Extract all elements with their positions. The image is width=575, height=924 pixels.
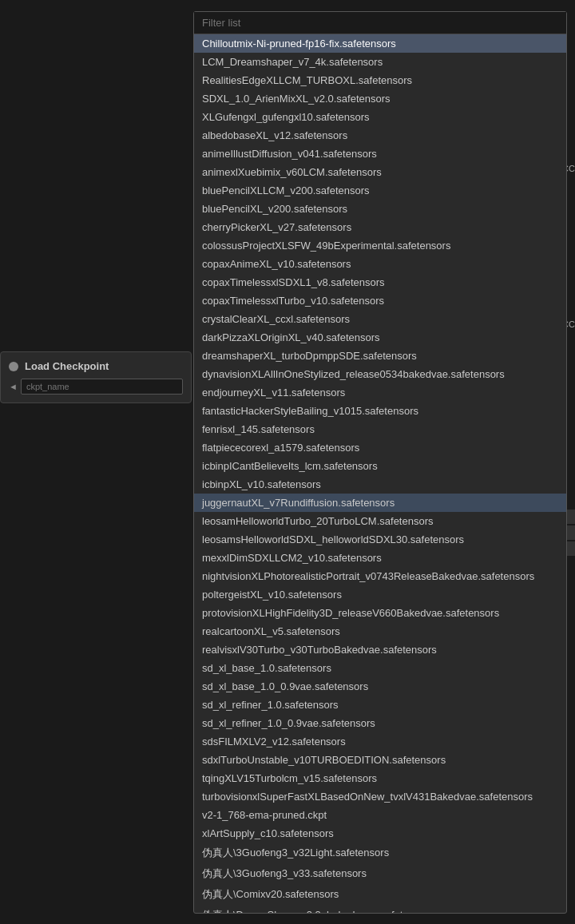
list-item[interactable]: Chilloutmix-Ni-pruned-fp16-fix.safetenso… — [194, 34, 566, 53]
list-item[interactable]: sd_xl_refiner_1.0.safetensors — [194, 696, 566, 714]
list-item[interactable]: realcartoonXL_v5.safetensors — [194, 622, 566, 640]
dropdown-list[interactable]: Chilloutmix-Ni-pruned-fp16-fix.safetenso… — [194, 34, 566, 913]
list-item[interactable]: dynavisionXLAllInOneStylized_release0534… — [194, 365, 566, 383]
list-item[interactable]: xlArtSupply_c10.safetensors — [194, 824, 566, 843]
list-item[interactable]: fenrisxl_145.safetensors — [194, 420, 566, 438]
list-item[interactable]: SDXL_1.0_ArienMixXL_v2.0.safetensors — [194, 89, 566, 108]
list-item[interactable]: bluePencilXLLCM_v200.safetensors — [194, 181, 566, 200]
list-item[interactable]: leosamHelloworldTurbo_20TurboLCM.safeten… — [194, 512, 566, 530]
page-container: CC CC andscape, , purple ga LATI 512 512… — [0, 0, 575, 924]
list-item[interactable]: animeIllustDiffusion_v041.safetensors — [194, 145, 566, 163]
list-item[interactable]: cherryPickerXL_v27.safetensors — [194, 218, 566, 236]
list-item[interactable]: colossusProjectXLSFW_49bExperimental.saf… — [194, 236, 566, 255]
ckpt-name-input[interactable] — [21, 379, 183, 395]
list-item[interactable]: endjourneyXL_v11.safetensors — [194, 383, 566, 402]
list-item[interactable]: RealitiesEdgeXLLCM_TURBOXL.safetensors — [194, 71, 566, 89]
list-item[interactable]: flatpiececorexl_a1579.safetensors — [194, 438, 566, 457]
list-item[interactable]: copaxTimelessxlSDXL1_v8.safetensors — [194, 273, 566, 291]
list-item[interactable]: tqingXLV15Turbolcm_v15.safetensors — [194, 769, 566, 787]
filter-input[interactable] — [194, 12, 566, 34]
list-item[interactable]: poltergeistXL_v10.safetensors — [194, 585, 566, 604]
list-item[interactable]: albedobaseXL_v12.safetensors — [194, 126, 566, 145]
list-item[interactable]: sdsFILMXLV2_v12.safetensors — [194, 732, 566, 751]
list-item[interactable]: turbovisionxlSuperFastXLBasedOnNew_tvxlV… — [194, 787, 566, 806]
list-item[interactable]: nightvisionXLPhotorealisticPortrait_v074… — [194, 567, 566, 585]
list-item[interactable]: realvisxlV30Turbo_v30TurboBakedvae.safet… — [194, 640, 566, 659]
list-item[interactable]: 伪真人\DreamShaper_3.3_baked_vae.safetensor… — [194, 905, 566, 913]
list-item[interactable]: sd_xl_base_1.0_0.9vae.safetensors — [194, 677, 566, 696]
list-item[interactable]: 伪真人\Comixv20.safetensors — [194, 884, 566, 905]
list-item[interactable]: 伪真人\3Guofeng3_v33.safetensors — [194, 863, 566, 884]
list-item[interactable]: copaxTimelessxlTurbo_v10.safetensors — [194, 291, 566, 310]
list-item[interactable]: bluePencilXL_v200.safetensors — [194, 200, 566, 218]
list-item[interactable]: XLGufengxl_gufengxl10.safetensors — [194, 108, 566, 126]
list-item[interactable]: LCM_Dreamshaper_v7_4k.safetensors — [194, 53, 566, 71]
ckpt-input-row: ◄ — [9, 379, 183, 395]
list-item[interactable]: icbinpXL_v10.safetensors — [194, 475, 566, 494]
list-item[interactable]: sdxlTurboUnstable_v10TURBOEDITION.safete… — [194, 751, 566, 769]
list-item[interactable]: v2-1_768-ema-pruned.ckpt — [194, 806, 566, 824]
list-item[interactable]: darkPizzaXLOriginXL_v40.safetensors — [194, 328, 566, 347]
list-item[interactable]: sd_xl_refiner_1.0_0.9vae.safetensors — [194, 714, 566, 732]
list-item[interactable]: 伪真人\3Guofeng3_v32Light.safetensors — [194, 843, 566, 863]
list-item[interactable]: animexlXuebimix_v60LCM.safetensors — [194, 163, 566, 181]
list-item[interactable]: protovisionXLHighFidelity3D_releaseV660B… — [194, 604, 566, 622]
load-checkpoint-header: Load Checkpoint — [9, 360, 183, 372]
list-item[interactable]: crystalClearXL_ccxl.safetensors — [194, 310, 566, 328]
list-item[interactable]: leosamsHelloworldSDXL_helloworldSDXL30.s… — [194, 530, 566, 549]
ckpt-arrow-icon: ◄ — [9, 382, 18, 391]
list-item[interactable]: mexxlDimSDXLLCM2_v10.safetensors — [194, 549, 566, 567]
status-indicator — [9, 362, 18, 371]
checkpoint-dropdown: Chilloutmix-Ni-pruned-fp16-fix.safetenso… — [193, 11, 567, 914]
load-checkpoint-panel: Load Checkpoint ◄ — [0, 351, 192, 403]
list-item[interactable]: sd_xl_base_1.0.safetensors — [194, 659, 566, 677]
list-item[interactable]: dreamshaperXL_turboDpmppSDE.safetensors — [194, 347, 566, 365]
list-item[interactable]: copaxAnimeXL_v10.safetensors — [194, 255, 566, 273]
list-item[interactable]: fantasticHackerStyleBailing_v1015.safete… — [194, 402, 566, 420]
load-checkpoint-label: Load Checkpoint — [25, 360, 109, 372]
list-item[interactable]: juggernautXL_v7Rundiffusion.safetensors — [194, 494, 566, 512]
list-item[interactable]: icbinpICantBelieveIts_lcm.safetensors — [194, 457, 566, 475]
